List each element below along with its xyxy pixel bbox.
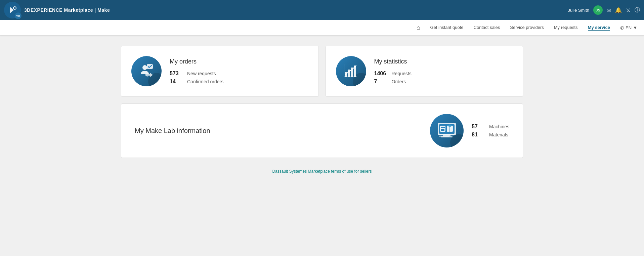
makelab-right: 57 Machines 81 Materials — [430, 114, 509, 147]
orders-stat-number-0: 573 — [170, 71, 183, 77]
statistics-stat-row-1: 7 Orders — [374, 79, 412, 85]
terms-link[interactable]: Dassault Systèmes Marketplace terms of u… — [272, 169, 372, 174]
top-cards-row: My orders 573 New requests 14 Confirmed … — [121, 46, 523, 97]
nav-contact-sales[interactable]: Contact sales — [474, 25, 500, 31]
orders-stat-label-1: Confirmed orders — [187, 79, 223, 84]
makelab-stat-row-0: 57 Machines — [472, 124, 509, 130]
orders-stat-row-1: 14 Confirmed orders — [170, 79, 223, 85]
svg-rect-14 — [441, 127, 445, 128]
chat-icon[interactable]: ✉ — [607, 7, 611, 13]
makelab-icon — [436, 120, 458, 142]
statistics-stat-label-1: Orders — [392, 79, 406, 84]
orders-icon — [137, 62, 156, 80]
statistics-icon — [342, 62, 360, 80]
main-content: My orders 573 New requests 14 Confirmed … — [0, 36, 644, 184]
header-right: Julie Smith JS ✉ 🔔 ⚔ ⓘ — [568, 5, 640, 15]
people-icon[interactable]: ⚔ — [626, 7, 631, 13]
statistics-stat-row-0: 1406 Requests — [374, 71, 412, 77]
svg-rect-22 — [441, 136, 453, 137]
orders-icon-circle — [131, 56, 162, 86]
bell-icon[interactable]: 🔔 — [615, 7, 622, 13]
svg-rect-21 — [443, 135, 450, 136]
makelab-card[interactable]: My Make Lab information — [121, 103, 523, 158]
statistics-stat-number-1: 7 — [374, 79, 388, 85]
help-icon[interactable]: ⓘ — [635, 7, 640, 14]
app-title: 3DEXPERIENCE Marketplace | Make — [24, 7, 110, 13]
language-selector[interactable]: ✆ EN ▼ — [620, 25, 637, 31]
statistics-icon-circle — [336, 56, 366, 86]
makelab-stat-label-1: Materials — [489, 132, 508, 137]
svg-point-1 — [13, 7, 16, 9]
statistics-info: My statistics 1406 Requests 7 Orders — [374, 58, 412, 85]
makelab-stat-row-1: 81 Materials — [472, 132, 509, 138]
nav-get-instant-quote[interactable]: Get instant quote — [430, 25, 464, 31]
svg-point-2 — [142, 65, 147, 70]
chevron-down-icon: ▼ — [633, 25, 637, 30]
orders-title: My orders — [170, 58, 223, 65]
nav-my-service[interactable]: My service — [588, 25, 610, 31]
nav-service-providers[interactable]: Service providers — [510, 25, 544, 31]
avatar[interactable]: JS — [593, 5, 603, 15]
svg-rect-5 — [348, 70, 350, 77]
svg-rect-15 — [441, 129, 444, 131]
orders-stat-label-0: New requests — [187, 71, 216, 76]
makelab-stat-number-0: 57 — [472, 124, 485, 130]
statistics-card[interactable]: My statistics 1406 Requests 7 Orders — [326, 46, 523, 97]
lang-label: EN — [626, 25, 632, 30]
statistics-title: My statistics — [374, 58, 412, 65]
makelab-icon-circle — [430, 114, 464, 147]
makelab-stats-info: 57 Machines 81 Materials — [472, 124, 509, 138]
orders-card[interactable]: My orders 573 New requests 14 Confirmed … — [121, 46, 319, 97]
footer-link-area: Dassault Systèmes Marketplace terms of u… — [121, 168, 523, 174]
nav-bar: ⌂ Get instant quote Contact sales Servic… — [0, 20, 644, 36]
orders-info: My orders 573 New requests 14 Confirmed … — [170, 58, 223, 85]
header: V,R 3DEXPERIENCE Marketplace | Make Juli… — [0, 0, 644, 20]
nav-my-requests[interactable]: My requests — [554, 25, 578, 31]
statistics-stat-label-0: Requests — [392, 71, 412, 76]
translate-icon: ✆ — [620, 25, 624, 31]
makelab-title: My Make Lab information — [135, 127, 210, 135]
logo-version-badge: V,R — [15, 12, 22, 19]
statistics-stat-number-0: 1406 — [374, 71, 388, 77]
orders-stat-row-0: 573 New requests — [170, 71, 223, 77]
user-name: Julie Smith — [568, 8, 589, 13]
orders-stat-number-1: 14 — [170, 79, 183, 85]
home-nav-icon[interactable]: ⌂ — [417, 24, 420, 31]
logo-area[interactable]: V,R — [4, 2, 21, 18]
makelab-stat-label-0: Machines — [489, 124, 509, 129]
makelab-stat-number-1: 81 — [472, 132, 485, 138]
